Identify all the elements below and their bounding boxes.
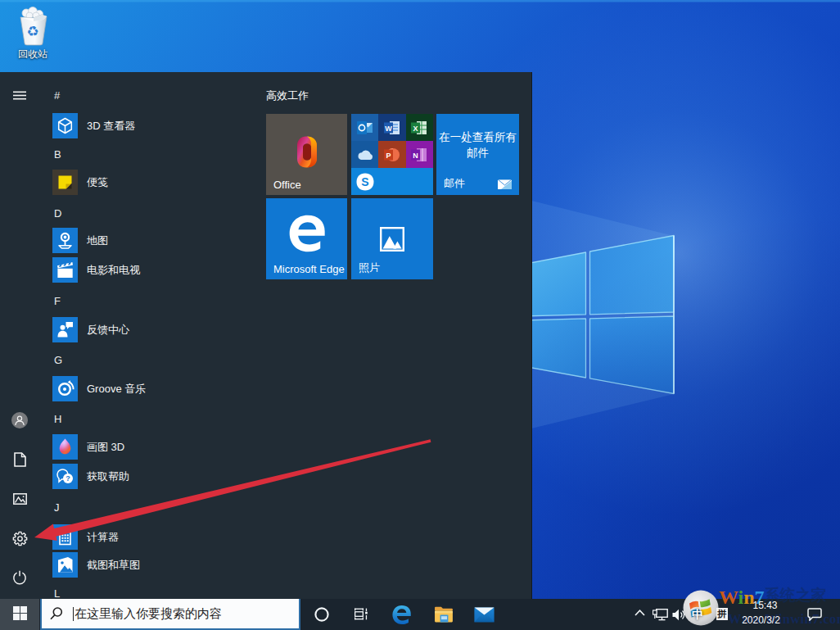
start-button[interactable] bbox=[0, 599, 39, 630]
mail-envelope-icon bbox=[498, 179, 512, 189]
tile-edge-label: Microsoft Edge bbox=[273, 263, 345, 275]
photos-icon bbox=[380, 227, 404, 252]
clock-time: 15:43 bbox=[740, 601, 790, 610]
app-label: 3D 查看器 bbox=[87, 111, 135, 141]
app-item-sticky-notes[interactable]: 便笺 bbox=[39, 168, 254, 197]
tile-onenote[interactable]: N bbox=[406, 141, 433, 168]
3d-viewer-icon bbox=[52, 113, 78, 138]
app-label: 截图和草图 bbox=[87, 551, 140, 580]
app-list-header[interactable]: # bbox=[54, 81, 136, 111]
snip-sketch-icon bbox=[52, 552, 78, 578]
action-center-button[interactable] bbox=[801, 599, 829, 630]
tile-photos[interactable]: 照片 bbox=[351, 198, 433, 279]
recycle-bin[interactable]: ♻ 回收站 bbox=[7, 5, 59, 62]
clock[interactable]: 15:43 2020/3/2 bbox=[740, 599, 790, 630]
paint-3d-icon bbox=[52, 434, 78, 460]
app-label: 电影和电视 bbox=[87, 256, 140, 285]
volume-tray-icon[interactable] bbox=[670, 599, 688, 630]
onedrive-icon bbox=[356, 149, 374, 161]
app-list-header[interactable]: F bbox=[54, 287, 136, 316]
app-item-feedback-hub[interactable]: 反馈中心 bbox=[39, 315, 254, 345]
app-list-header[interactable]: G bbox=[54, 346, 136, 375]
pictures-button[interactable] bbox=[0, 479, 39, 519]
app-item-movies-tv[interactable]: 电影和电视 bbox=[39, 256, 254, 285]
calculator-icon bbox=[52, 524, 78, 550]
power-button[interactable] bbox=[0, 558, 39, 597]
chevron-up-icon bbox=[635, 610, 645, 616]
ime-mode-indicator[interactable]: 中 bbox=[689, 599, 707, 630]
action-center-icon bbox=[807, 608, 822, 621]
outlook-icon bbox=[357, 120, 373, 135]
mail-icon bbox=[474, 607, 495, 623]
settings-button[interactable] bbox=[0, 519, 39, 558]
pictures-icon bbox=[13, 493, 27, 505]
desktop: ♻ 回收站 bbox=[0, 0, 840, 630]
tile-mail[interactable]: 在一处查看所有 邮件 邮件 bbox=[436, 114, 519, 195]
app-list-header[interactable]: B bbox=[54, 140, 136, 170]
app-list-header[interactable]: L bbox=[54, 579, 136, 609]
app-item-get-help[interactable]: ? 获取帮助 bbox=[39, 462, 254, 492]
tile-excel[interactable]: X bbox=[406, 114, 433, 141]
tile-outlook[interactable] bbox=[351, 114, 378, 141]
tile-onedrive[interactable] bbox=[351, 141, 378, 168]
app-item-paint-3d[interactable]: 画图 3D bbox=[39, 433, 254, 462]
skype-icon: S bbox=[355, 172, 375, 192]
app-item-3d-viewer[interactable]: 3D 查看器 bbox=[39, 111, 254, 141]
task-view-button[interactable] bbox=[347, 599, 375, 630]
app-label: 反馈中心 bbox=[87, 315, 129, 345]
edge-logo bbox=[286, 212, 328, 255]
app-list-header[interactable]: J bbox=[54, 493, 136, 523]
app-label: 地图 bbox=[87, 226, 108, 256]
tile-office[interactable]: Office bbox=[266, 114, 347, 195]
cortana-button[interactable] bbox=[308, 599, 336, 630]
powerpoint-letter: P bbox=[386, 151, 391, 159]
svg-text:♻: ♻ bbox=[26, 22, 40, 39]
help-question-mark: ? bbox=[65, 474, 70, 483]
file-explorer-button[interactable] bbox=[430, 599, 458, 630]
excel-icon: X bbox=[411, 120, 427, 135]
app-item-maps[interactable]: 地图 bbox=[39, 226, 254, 256]
hamburger-icon bbox=[13, 91, 26, 101]
feedback-hub-icon bbox=[52, 317, 78, 342]
tile-skype[interactable]: S bbox=[351, 168, 433, 195]
documents-button[interactable] bbox=[0, 440, 39, 479]
ime-pinyin-badge[interactable]: 拼 bbox=[716, 608, 729, 620]
app-list-header[interactable]: D bbox=[54, 199, 136, 229]
volume-icon bbox=[672, 609, 685, 621]
skype-letter: S bbox=[361, 175, 368, 188]
tile-group-title[interactable]: 高效工作 bbox=[266, 81, 309, 111]
recycle-bin-label: 回收站 bbox=[7, 48, 59, 61]
power-icon bbox=[12, 570, 27, 585]
onenote-icon: N bbox=[411, 147, 427, 162]
get-help-icon: ? bbox=[52, 464, 78, 489]
search-icon bbox=[50, 607, 63, 620]
document-icon bbox=[14, 452, 26, 467]
network-tray-icon[interactable] bbox=[650, 599, 670, 630]
edge-icon bbox=[391, 604, 413, 626]
app-list-header[interactable]: H bbox=[54, 405, 136, 434]
file-explorer-icon bbox=[434, 605, 454, 623]
app-label: 画图 3D bbox=[87, 433, 124, 462]
windows-logo-icon bbox=[13, 606, 27, 620]
tile-office-apps-group[interactable]: W X bbox=[351, 114, 433, 195]
sticky-notes-icon bbox=[52, 170, 78, 195]
tile-edge[interactable]: Microsoft Edge bbox=[266, 198, 347, 279]
mail-taskbar-button[interactable] bbox=[470, 599, 498, 630]
app-item-calculator[interactable]: 计算器 bbox=[39, 523, 254, 552]
start-menu-rail bbox=[0, 72, 39, 599]
tile-powerpoint[interactable]: P bbox=[378, 141, 405, 168]
user-avatar-icon bbox=[11, 412, 28, 428]
app-label: 获取帮助 bbox=[87, 462, 129, 492]
edge-taskbar-button[interactable] bbox=[387, 599, 415, 630]
app-item-groove-music[interactable]: Groove 音乐 bbox=[39, 374, 254, 404]
tray-expand-button[interactable] bbox=[629, 599, 650, 630]
excel-letter: X bbox=[413, 124, 418, 132]
app-item-snip-sketch[interactable]: 截图和草图 bbox=[39, 551, 254, 580]
tile-word[interactable]: W bbox=[378, 114, 405, 141]
menu-button[interactable] bbox=[0, 76, 39, 116]
gear-icon bbox=[12, 531, 28, 546]
cortana-icon bbox=[314, 607, 329, 622]
start-menu: # 3D 查看器 B bbox=[0, 72, 532, 599]
office-logo bbox=[296, 136, 318, 168]
user-button[interactable] bbox=[0, 401, 39, 440]
